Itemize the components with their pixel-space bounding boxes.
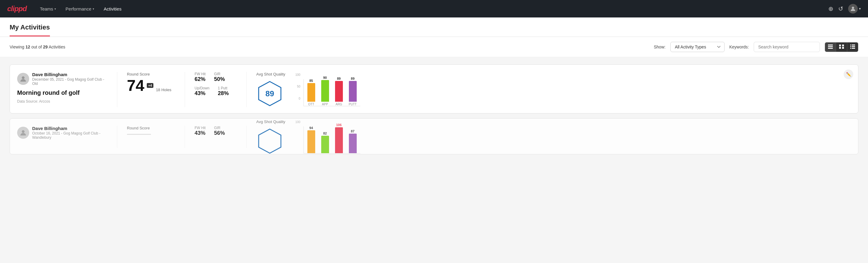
card-stats: FW Hit 62% GIR 50% Up/Down 43% 1 Putt 28… xyxy=(195,72,237,107)
chevron-down-icon: ▾ xyxy=(93,7,94,10)
score-placeholder xyxy=(127,134,151,135)
svg-rect-6 xyxy=(839,47,841,49)
user-row: Dave Billingham December 05, 2021 - Gog … xyxy=(17,72,107,86)
bar-value-ott: 94 xyxy=(309,126,313,130)
view-list-compact-button[interactable] xyxy=(825,42,836,52)
stat-label: GIR xyxy=(214,126,225,130)
bar-chart-container: 100 94 82 106 xyxy=(292,120,851,153)
stat-value: 43% xyxy=(195,90,209,96)
viewing-prefix: Viewing xyxy=(10,45,26,49)
card-score: Round Score xyxy=(127,126,175,148)
bar-col-putt: 89 PUTT xyxy=(349,77,357,106)
quality-hex-wrap: Avg Shot Quality xyxy=(256,119,285,155)
score-big: 74 xyxy=(127,78,144,93)
edit-button[interactable]: ✏️ xyxy=(844,69,853,79)
svg-rect-5 xyxy=(842,45,844,46)
view-list-detail-button[interactable] xyxy=(847,42,858,52)
bar-label-ott: OTT xyxy=(308,103,314,106)
quality-hex-wrap: Avg Shot Quality 89 xyxy=(256,72,285,107)
activity-type-select[interactable]: All Activity Types Rounds Practice xyxy=(671,42,724,52)
card-left: Dave Billingham October 16, 2021 - Gog M… xyxy=(17,126,107,148)
page-title-wrap: My Activities xyxy=(10,18,50,36)
bar-putt xyxy=(349,134,357,153)
nav-item-performance[interactable]: Performance ▾ xyxy=(62,4,98,14)
viewing-count-text: Viewing 12 out of 29 Activities xyxy=(10,45,649,49)
bar-value-ott: 85 xyxy=(309,79,313,83)
nav-item-teams[interactable]: Teams ▾ xyxy=(36,4,60,14)
score-badge: +4 xyxy=(147,83,154,88)
logo: clippd xyxy=(7,4,27,13)
stat-label: FW Hit xyxy=(195,126,206,130)
user-name: Dave Billingham xyxy=(32,126,107,131)
y-label-50: 50 xyxy=(292,85,301,88)
svg-rect-13 xyxy=(852,48,855,49)
hex-container xyxy=(256,127,283,155)
divider xyxy=(246,72,247,107)
bar-ott xyxy=(307,83,315,102)
bar-app xyxy=(321,136,329,153)
stat-one-putt: 1 Putt 28% xyxy=(218,86,228,96)
viewing-count: 12 xyxy=(26,45,30,49)
card-left: Dave Billingham December 05, 2021 - Gog … xyxy=(17,72,107,107)
nav-label-teams: Teams xyxy=(40,6,53,11)
activity-title: Morning round of golf xyxy=(17,89,107,96)
user-info: Dave Billingham December 05, 2021 - Gog … xyxy=(32,72,107,86)
hex-score: 89 xyxy=(266,89,274,98)
refresh-button[interactable]: ↺ xyxy=(838,6,843,12)
keywords-label: Keywords: xyxy=(730,45,749,49)
bar-arg xyxy=(335,127,343,153)
show-label: Show: xyxy=(654,45,665,49)
bar-col-app: 90 APP xyxy=(321,76,329,106)
divider xyxy=(246,126,247,148)
stat-gir: GIR 56% xyxy=(214,126,225,136)
y-label-0: 0 xyxy=(292,97,301,100)
avatar xyxy=(17,73,29,85)
card-quality: Avg Shot Quality 89 100 50 0 xyxy=(256,72,851,107)
quality-label: Avg Shot Quality xyxy=(256,119,285,124)
svg-point-14 xyxy=(22,77,24,79)
score-main: 74 +4 18 Holes xyxy=(127,78,175,93)
nav-item-activities[interactable]: Activities xyxy=(100,4,125,14)
bars: 85 OTT 90 APP 89 ARG xyxy=(304,79,360,106)
avatar-chevron: ▾ xyxy=(859,7,861,11)
user-info: Dave Billingham October 16, 2021 - Gog M… xyxy=(32,126,107,140)
svg-rect-11 xyxy=(852,46,855,47)
stats-row-top: FW Hit 62% GIR 50% xyxy=(195,72,237,83)
svg-marker-17 xyxy=(259,129,281,153)
bar-col-ott: 94 xyxy=(307,126,315,153)
card-stats: FW Hit 43% GIR 56% xyxy=(195,126,237,148)
bar-putt xyxy=(349,81,357,102)
bar-value-putt: 87 xyxy=(351,129,354,133)
bar-label-arg: ARG xyxy=(336,103,342,106)
search-input[interactable] xyxy=(754,42,820,52)
stat-value: 62% xyxy=(195,76,206,83)
svg-rect-3 xyxy=(828,48,833,49)
view-toggles xyxy=(825,42,858,52)
bar-chart-container: 100 50 0 85 OTT 90 xyxy=(292,73,851,106)
svg-rect-12 xyxy=(850,48,851,49)
svg-rect-7 xyxy=(842,47,844,49)
bar-value-app: 90 xyxy=(323,76,327,80)
add-button[interactable]: ⊕ xyxy=(828,6,833,12)
score-label: Round Score xyxy=(127,126,175,130)
score-label: Round Score xyxy=(127,72,175,77)
stat-label: Up/Down xyxy=(195,86,209,90)
navbar: clippd Teams ▾ Performance ▾ Activities … xyxy=(0,0,868,18)
svg-rect-2 xyxy=(828,46,833,47)
stat-label: FW Hit xyxy=(195,72,206,76)
user-name: Dave Billingham xyxy=(32,72,107,77)
activity-card: Dave Billingham December 05, 2021 - Gog … xyxy=(10,64,858,113)
bar-label-putt: PUTT xyxy=(349,103,357,106)
user-menu[interactable]: ▾ xyxy=(848,4,861,13)
nav-right: ⊕ ↺ ▾ xyxy=(828,4,861,13)
stat-value: 56% xyxy=(214,130,225,136)
divider xyxy=(185,72,185,107)
view-grid-button[interactable] xyxy=(836,42,847,52)
activities-list: Dave Billingham December 05, 2021 - Gog … xyxy=(0,57,868,162)
nav-label-activities: Activities xyxy=(104,6,122,11)
bar-col-arg: 106 xyxy=(335,123,343,153)
user-date: December 05, 2021 - Gog Magog Golf Club … xyxy=(32,77,107,86)
stat-value: 50% xyxy=(214,76,225,83)
bar-chart: 100 94 82 106 xyxy=(292,120,851,153)
bar-label-app: APP xyxy=(322,103,328,106)
